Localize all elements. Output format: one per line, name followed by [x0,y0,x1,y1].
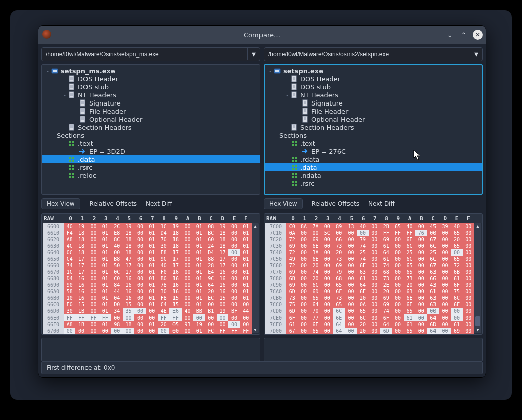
hex-byte[interactable]: 01 [146,301,158,308]
hex-byte[interactable]: 00 [345,288,357,295]
hex-byte[interactable]: 01 [99,236,111,243]
tree-item[interactable]: Section Headers [42,123,260,131]
hex-byte[interactable]: 00 [88,256,99,262]
tree-item[interactable]: .rsrc [264,179,482,187]
hex-byte[interactable]: 00 [182,275,193,282]
hex-byte[interactable]: 61 [380,243,392,249]
hex-byte[interactable]: 20 [310,262,321,269]
hex-byte[interactable]: 64 [205,282,217,288]
hex-byte[interactable]: 15 [217,295,228,301]
hex-byte[interactable]: 63 [427,301,439,308]
hex-byte[interactable]: 50 [111,262,123,269]
hex-byte[interactable]: 40 [158,262,169,269]
hex-byte[interactable]: 00 [146,314,158,321]
hex-row[interactable]: 7C5049006E007300740061006C006C006500 [264,256,482,262]
hex-byte[interactable]: 00 [369,256,380,262]
hex-byte[interactable]: FF [169,314,181,321]
hex-byte[interactable]: 00 [88,295,99,301]
hex-byte[interactable]: FF [158,314,169,321]
hex-row[interactable]: 7CA06D006D006F006E002000630061007500 [264,288,482,295]
hex-byte[interactable]: 04 [111,295,123,301]
hex-byte[interactable]: 73 [404,275,415,282]
hex-byte[interactable]: 00 [439,295,451,301]
hex-byte[interactable]: 66 [427,275,439,282]
hex-byte[interactable]: 00 [415,314,427,321]
hex-row[interactable]: 666074170001501700014017000128170001 [42,262,260,269]
hex-byte[interactable]: 00 [134,282,146,288]
hex-byte[interactable]: 00 [182,295,193,301]
hex-byte[interactable]: 01 [99,275,111,282]
hex-byte[interactable]: 84 [111,282,123,288]
hex-byte[interactable]: 44 [111,288,123,295]
hex-byte[interactable]: 67 [286,328,298,334]
hex-byte[interactable]: 20 [451,236,462,243]
hex-byte[interactable]: 17 [217,256,228,262]
tree-item[interactable]: Section Headers [264,123,482,131]
hex-byte[interactable]: 8C [111,236,123,243]
hex-byte[interactable]: 18 [169,236,181,243]
hex-byte[interactable]: 60 [205,236,217,243]
hex-byte[interactable]: 00 [415,223,427,230]
hex-byte[interactable]: 6E [333,314,345,321]
hex-byte[interactable]: 00 [451,308,462,314]
hex-byte[interactable]: 00 [228,275,240,282]
hex-byte[interactable]: 34 [111,308,123,314]
hex-byte[interactable]: 90 [64,282,75,288]
tree-item[interactable]: EP = 276C [264,147,482,155]
hex-byte[interactable]: 00 [321,282,333,288]
hex-byte[interactable]: 00 [321,308,333,314]
hex-byte[interactable]: 00 [392,243,403,249]
hex-byte[interactable]: 00 [415,236,427,243]
hex-byte[interactable]: C0 [286,223,298,230]
hex-byte[interactable]: 00 [88,236,99,243]
hex-byte[interactable]: 25 [427,249,439,256]
hex-byte[interactable]: 69 [286,282,298,288]
hex-byte[interactable]: 40 [357,223,368,230]
hex-byte[interactable]: 00 [439,288,451,295]
hex-byte[interactable]: 00 [321,275,333,282]
hex-byte[interactable]: 00 [123,328,134,334]
hex-byte[interactable]: 6E [404,236,415,243]
hex-byte[interactable]: 00 [298,236,309,243]
hex-byte[interactable]: 00 [228,295,240,301]
hex-byte[interactable]: 00 [369,282,380,288]
hex-byte[interactable]: 00 [321,301,333,308]
hex-byte[interactable]: 01 [146,223,158,230]
hex-byte[interactable]: D4 [158,230,169,236]
hex-byte[interactable]: 00 [240,314,252,321]
hex-byte[interactable]: 00 [427,308,439,314]
hex-byte[interactable]: 65 [451,256,462,262]
hex-byte[interactable]: 01 [146,288,158,295]
hex-byte[interactable]: 00 [463,249,474,256]
hex-byte[interactable]: 01 [99,269,111,275]
hex-byte[interactable]: 01 [99,288,111,295]
hex-byte[interactable]: 00 [193,314,205,321]
hex-byte[interactable]: 00 [345,308,357,314]
hex-byte[interactable]: 00 [321,321,333,328]
tree-item[interactable]: .ndata [264,171,482,179]
hex-byte[interactable]: 01 [99,249,111,256]
tree-item[interactable]: -Sections [42,131,260,139]
hex-byte[interactable]: 00 [88,223,99,230]
hex-row[interactable]: 7C806B002000680061007300730066006100 [264,275,482,282]
hex-byte[interactable]: 61 [451,321,462,328]
maximize-button[interactable]: ⌃ [459,30,469,40]
hex-byte[interactable]: 1B [123,321,134,328]
hex-byte[interactable]: 01 [240,249,252,256]
hex-byte[interactable]: 70 [310,308,321,314]
hex-byte[interactable]: 6D [427,321,439,328]
hex-byte[interactable]: 00 [134,321,146,328]
hex-byte[interactable]: 88 [205,256,217,262]
hex-byte[interactable]: 01 [146,282,158,288]
hex-byte[interactable]: A8 [64,321,75,328]
hex-byte[interactable]: 00 [345,314,357,321]
hex-byte[interactable]: 78 [158,282,169,288]
hex-byte[interactable]: 16 [169,288,181,295]
hex-byte[interactable]: 00 [88,269,99,275]
hex-byte[interactable]: 00 [415,269,427,275]
hex-byte[interactable]: 00 [298,321,309,328]
hex-byte[interactable]: 00 [134,301,146,308]
hex-byte[interactable]: 0A [286,230,298,236]
hex-byte[interactable]: 6D [310,288,321,295]
hex-byte[interactable]: 74 [310,269,321,275]
